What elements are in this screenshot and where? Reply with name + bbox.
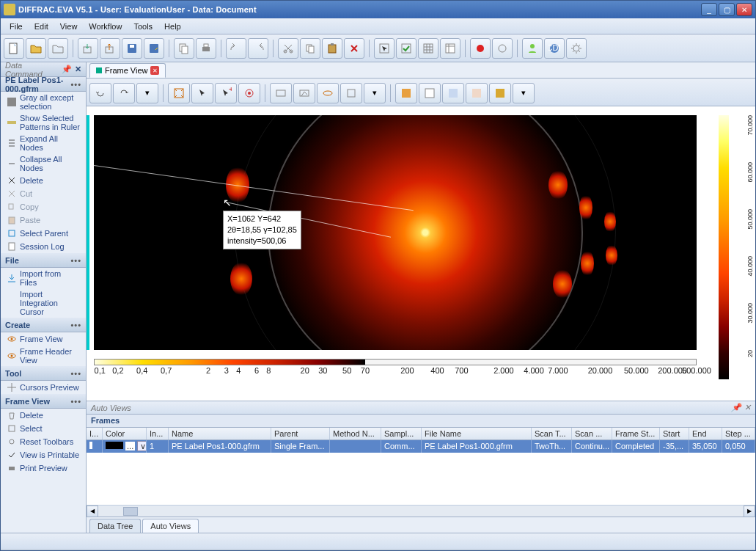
copy-button[interactable] bbox=[174, 38, 194, 59]
expand-dots-icon[interactable]: ••• bbox=[70, 80, 81, 89]
tab-data-tree[interactable]: Data Tree bbox=[89, 519, 141, 533]
frames-header[interactable]: Frames bbox=[87, 415, 755, 428]
scroll-thumb[interactable] bbox=[123, 507, 138, 516]
sidebar-item-delete[interactable]: Delete bbox=[1, 174, 86, 187]
sidebar-item-cursors-preview[interactable]: Cursors Preview bbox=[1, 381, 86, 394]
expand-dots-icon[interactable]: ••• bbox=[70, 256, 81, 265]
minimize-button[interactable]: _ bbox=[701, 3, 717, 16]
palette4-button[interactable] bbox=[466, 83, 488, 103]
palette3-button[interactable] bbox=[442, 83, 464, 103]
pin-icon[interactable]: 📌 bbox=[62, 65, 72, 74]
tab-close-icon[interactable]: ✕ bbox=[150, 66, 159, 75]
sidebar-item-gray[interactable]: Gray all except selection bbox=[1, 92, 86, 112]
table-column-header[interactable]: I... bbox=[87, 428, 103, 439]
cut-button[interactable] bbox=[278, 38, 298, 59]
sidebar-item-import-files[interactable]: Import from Files bbox=[1, 268, 86, 288]
table-column-header[interactable]: Scan T... bbox=[532, 428, 572, 439]
table-column-header[interactable]: In... bbox=[147, 428, 169, 439]
close-icon[interactable]: ✕ bbox=[744, 403, 751, 412]
close-icon[interactable]: ✕ bbox=[75, 65, 81, 74]
table-column-header[interactable]: End bbox=[689, 428, 722, 439]
sidebar-item-import-cursor[interactable]: Import Integration Cursor bbox=[1, 288, 86, 318]
sidebar-item-expand[interactable]: Expand All Nodes bbox=[1, 133, 86, 153]
table-row[interactable]: ... ∨1PE Label Pos1-000.gfrmSingle Fram.… bbox=[87, 440, 755, 453]
menu-tools[interactable]: Tools bbox=[128, 21, 158, 32]
menu-workflow[interactable]: Workflow bbox=[83, 21, 128, 32]
dropdown2-button[interactable]: ▾ bbox=[364, 83, 386, 103]
auto-views-header[interactable]: Auto Views 📌 ✕ bbox=[87, 401, 755, 415]
cursor-button[interactable] bbox=[374, 38, 394, 59]
box2-button[interactable] bbox=[293, 83, 315, 103]
menu-view[interactable]: View bbox=[54, 21, 84, 32]
dropdown3-button[interactable]: ▾ bbox=[513, 83, 535, 103]
record-button[interactable] bbox=[470, 38, 491, 59]
diffraction-image[interactable]: ↖ X=1062 Y=642 2θ=18,55 γ=102,85 intensi… bbox=[94, 115, 697, 350]
sidebar-item-fv-reset[interactable]: Reset Toolbars bbox=[1, 435, 86, 448]
delete-button[interactable] bbox=[344, 38, 364, 59]
maximize-button[interactable]: ▢ bbox=[719, 3, 735, 16]
pointer-button[interactable] bbox=[191, 83, 213, 103]
rotate-cw-button[interactable] bbox=[113, 83, 135, 103]
table-column-header[interactable]: Step ... bbox=[722, 428, 755, 439]
sidebar-item-frame-header-view[interactable]: Frame Header View bbox=[1, 346, 86, 366]
paste-button[interactable] bbox=[322, 38, 342, 59]
tab-auto-views[interactable]: Auto Views bbox=[142, 519, 199, 533]
table-column-header[interactable]: Sampl... bbox=[381, 428, 422, 439]
close-button[interactable]: ✕ bbox=[736, 3, 752, 16]
frameview-group-header[interactable]: Frame View••• bbox=[1, 394, 86, 409]
palette5-button[interactable] bbox=[489, 83, 511, 103]
sidebar-item-frame-view[interactable]: Frame View bbox=[1, 332, 86, 346]
grid-button[interactable] bbox=[418, 38, 438, 59]
eye-view-button[interactable] bbox=[317, 83, 339, 103]
copy2-button[interactable] bbox=[300, 38, 320, 59]
icdd-button[interactable]: ICDD bbox=[544, 38, 565, 59]
sidebar-item-fv-delete[interactable]: Delete bbox=[1, 409, 86, 422]
sidebar-item-collapse[interactable]: Collapse All Nodes bbox=[1, 153, 86, 174]
table-button[interactable] bbox=[440, 38, 460, 59]
settings-button[interactable] bbox=[566, 38, 587, 59]
create-group-header[interactable]: Create••• bbox=[1, 318, 86, 332]
pointer-plus-button[interactable]: + bbox=[215, 83, 237, 103]
in-button[interactable] bbox=[100, 38, 120, 59]
horizontal-scrollbar[interactable]: ◀ ▶ bbox=[87, 505, 755, 517]
sidebar-item-show-patterns[interactable]: Show Selected Patterns in Ruler bbox=[1, 112, 86, 133]
dropdown-button[interactable]: ▾ bbox=[136, 83, 158, 103]
open-button[interactable] bbox=[26, 38, 46, 59]
expand-dots-icon[interactable]: ••• bbox=[70, 321, 81, 329]
menu-file[interactable]: File bbox=[4, 21, 29, 32]
scroll-right-icon[interactable]: ▶ bbox=[744, 506, 755, 517]
grid-view-button[interactable] bbox=[340, 83, 362, 103]
table-column-header[interactable]: Scan ... bbox=[572, 428, 612, 439]
save-button[interactable] bbox=[122, 38, 142, 59]
stop-button[interactable] bbox=[492, 38, 513, 59]
sidebar-item-session-log[interactable]: Session Log bbox=[1, 240, 86, 253]
file-group-header[interactable]: File••• bbox=[1, 253, 86, 268]
sidebar-item-fv-select[interactable]: Select bbox=[1, 422, 86, 435]
menu-help[interactable]: Help bbox=[158, 21, 187, 32]
palette2-button[interactable] bbox=[419, 83, 441, 103]
saveas-button[interactable] bbox=[144, 38, 164, 59]
scroll-left-icon[interactable]: ◀ bbox=[87, 506, 98, 517]
file-section-header[interactable]: PE Label Pos1-000.gfrm ••• bbox=[1, 77, 86, 92]
pin-icon[interactable]: 📌 bbox=[731, 403, 741, 412]
fit-button[interactable] bbox=[168, 83, 190, 103]
table-column-header[interactable]: Frame St... bbox=[612, 428, 660, 439]
expand-dots-icon[interactable]: ••• bbox=[70, 369, 81, 378]
tool-group-header[interactable]: Tool••• bbox=[1, 366, 86, 381]
palette1-button[interactable] bbox=[395, 83, 417, 103]
sidebar-item-fv-printable[interactable]: View is Printable bbox=[1, 448, 86, 461]
table-column-header[interactable]: Start bbox=[660, 428, 689, 439]
table-column-header[interactable]: Parent bbox=[271, 428, 330, 439]
table-column-header[interactable]: Method N... bbox=[330, 428, 381, 439]
undo-button[interactable] bbox=[226, 38, 246, 59]
target-button[interactable] bbox=[238, 83, 260, 103]
table-column-header[interactable]: File Name bbox=[422, 428, 532, 439]
rotate-ccw-button[interactable] bbox=[89, 83, 111, 103]
tab-frame-view[interactable]: Frame View ✕ bbox=[89, 63, 166, 78]
sidebar-item-fv-print-preview[interactable]: Print Preview bbox=[1, 461, 86, 475]
check-button[interactable] bbox=[396, 38, 416, 59]
redo-button[interactable] bbox=[248, 38, 268, 59]
box1-button[interactable] bbox=[270, 83, 292, 103]
menu-edit[interactable]: Edit bbox=[29, 21, 54, 32]
print-button[interactable] bbox=[196, 38, 216, 59]
